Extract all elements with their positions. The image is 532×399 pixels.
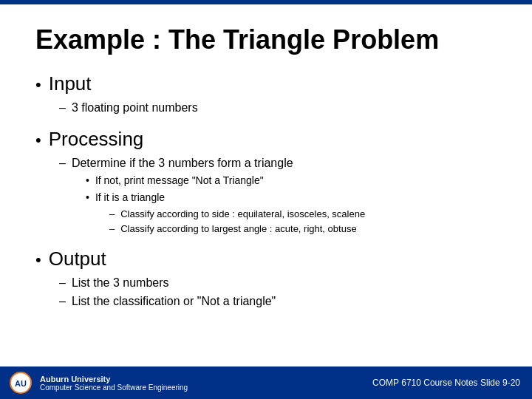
output-main-bullet: • Output xyxy=(35,248,497,270)
input-dash-0: – xyxy=(59,100,66,116)
processing-section: • Processing – Determine if the 3 number… xyxy=(35,128,497,236)
footer-university: Auburn University xyxy=(40,375,188,383)
page-title: Example : The Triangle Problem xyxy=(35,25,497,55)
svg-text:AU: AU xyxy=(15,379,27,388)
output-sub-item-0: – List the 3 numbers xyxy=(59,275,497,291)
output-sub-text-1: List the classification or "Not a triang… xyxy=(72,293,276,310)
auburn-logo: AU xyxy=(9,371,33,395)
output-sub-item-1: – List the classification or "Not a tria… xyxy=(59,293,497,310)
output-sub-list: – List the 3 numbers – List the classifi… xyxy=(59,275,497,310)
main-content: Example : The Triangle Problem • Input –… xyxy=(0,4,532,337)
footer-left: AU Auburn University Computer Science an… xyxy=(9,371,188,395)
output-label: Output xyxy=(49,248,106,270)
if-triangle-item: • If it is a triangle xyxy=(86,191,497,205)
footer: AU Auburn University Computer Science an… xyxy=(0,366,532,399)
input-sub-list: – 3 floating point numbers xyxy=(59,100,497,116)
processing-sub-text-0: Determine if the 3 numbers form a triang… xyxy=(72,155,293,171)
input-sub-text-0: 3 floating point numbers xyxy=(72,100,198,116)
footer-course: COMP 6710 Course Notes Slide 9-20 xyxy=(372,378,520,388)
classify-list: – Classify according to side : equilater… xyxy=(109,208,497,236)
processing-dash-0: – xyxy=(59,155,66,171)
if-not-text: If not, print message "Not a Triangle" xyxy=(95,174,264,188)
classify-side-text: Classify according to side : equilateral… xyxy=(120,208,365,221)
classify-angle-text: Classify according to largest angle : ac… xyxy=(120,222,356,236)
if-not-bullet: • xyxy=(86,174,89,188)
output-section: • Output – List the 3 numbers – List the… xyxy=(35,248,497,310)
classify-side-dash: – xyxy=(109,208,115,221)
output-bullet-dot: • xyxy=(35,252,41,268)
if-triangle-bullet: • xyxy=(86,191,89,205)
footer-text-block: Auburn University Computer Science and S… xyxy=(40,375,188,392)
if-triangle-text: If it is a triangle xyxy=(95,191,165,205)
processing-bullet-dot: • xyxy=(35,132,41,149)
classify-angle-dash: – xyxy=(109,222,115,236)
output-dash-1: – xyxy=(59,293,66,310)
processing-sub-list: – Determine if the 3 numbers form a tria… xyxy=(59,155,497,236)
processing-sub-item-0: – Determine if the 3 numbers form a tria… xyxy=(59,155,497,171)
input-bullet-dot: • xyxy=(35,77,41,93)
if-not-item: • If not, print message "Not a Triangle" xyxy=(86,174,497,188)
classify-angle-item: – Classify according to largest angle : … xyxy=(109,222,497,236)
processing-main-bullet: • Processing xyxy=(35,128,497,151)
input-sub-item-0: – 3 floating point numbers xyxy=(59,100,497,116)
processing-label: Processing xyxy=(49,128,144,151)
processing-sub-sub-list: • If not, print message "Not a Triangle"… xyxy=(86,174,497,236)
input-label: Input xyxy=(49,72,92,95)
output-dash-0: – xyxy=(59,275,66,291)
footer-department: Computer Science and Software Engineerin… xyxy=(40,383,188,392)
input-section: • Input – 3 floating point numbers xyxy=(35,72,497,116)
classify-side-item: – Classify according to side : equilater… xyxy=(109,208,497,221)
input-main-bullet: • Input xyxy=(35,72,497,95)
output-sub-text-0: List the 3 numbers xyxy=(72,275,169,291)
